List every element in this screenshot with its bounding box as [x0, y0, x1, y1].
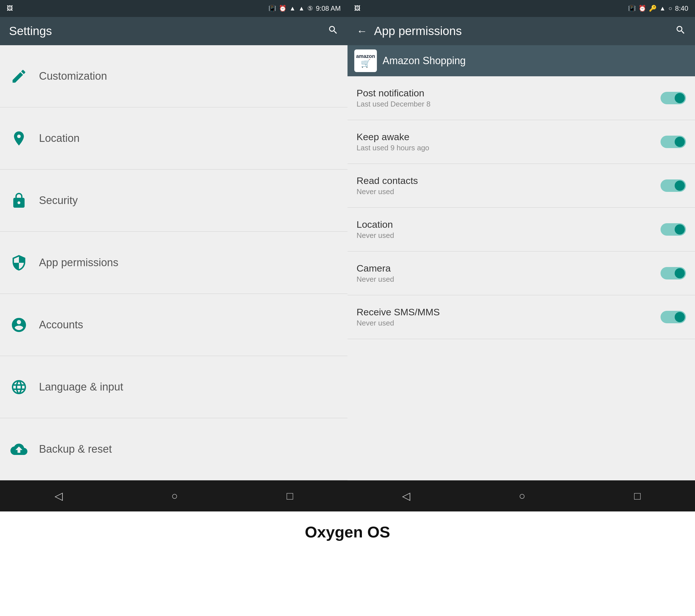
left-status-icons: 🖼: [7, 5, 13, 12]
permission-read-contacts-text: Read contacts Never used: [357, 175, 661, 196]
customization-icon: [9, 66, 29, 86]
permission-receive-sms: Receive SMS/MMS Never used: [348, 295, 695, 339]
left-status-bar: 🖼 📳 ⏰ ▲ ▲ ⑤ 9:08 AM: [0, 0, 348, 17]
vibrate-icon-right: 📳: [628, 5, 636, 12]
permission-keep-awake-sub: Last used 9 hours ago: [357, 144, 661, 152]
settings-item-app-permissions[interactable]: App permissions: [0, 232, 348, 294]
permission-post-notification-text: Post notification Last used December 8: [357, 88, 661, 109]
toggle-receive-sms-knob: [675, 312, 685, 322]
language-label: Language & input: [39, 381, 123, 393]
toggle-post-notification[interactable]: [661, 92, 686, 104]
permission-camera-name: Camera: [357, 263, 661, 274]
left-status-right: 📳 ⏰ ▲ ▲ ⑤ 9:08 AM: [268, 4, 341, 13]
toggle-location-knob: [675, 224, 685, 235]
app-permissions-icon: [9, 253, 29, 273]
accounts-icon: [9, 315, 29, 335]
permission-location-text: Location Never used: [357, 219, 661, 240]
gallery-icon-right: 🖼: [354, 5, 360, 12]
permission-receive-sms-name: Receive SMS/MMS: [357, 306, 661, 318]
permission-post-notification-sub: Last used December 8: [357, 100, 661, 109]
language-icon: [9, 377, 29, 397]
permission-read-contacts-sub: Never used: [357, 187, 661, 196]
permission-camera-sub: Never used: [357, 275, 661, 284]
amazon-app-name: Amazon Shopping: [383, 55, 465, 67]
right-status-time: 8:40: [675, 4, 688, 13]
left-status-time: 9:08 AM: [316, 4, 341, 13]
settings-item-backup[interactable]: Backup & reset: [0, 418, 348, 480]
permission-read-contacts-name: Read contacts: [357, 175, 661, 186]
right-status-right: 📳 ⏰ 🔑 ▲ ○ 8:40: [628, 4, 688, 13]
settings-item-customization[interactable]: Customization: [0, 45, 348, 107]
amazon-logo: amazon 🛒: [354, 49, 377, 72]
settings-search-icon[interactable]: [328, 24, 338, 38]
right-status-bar: 🖼 📳 ⏰ 🔑 ▲ ○ 8:40: [348, 0, 695, 17]
permission-keep-awake-text: Keep awake Last used 9 hours ago: [357, 131, 661, 152]
alarm-icon: ⏰: [279, 5, 287, 12]
accounts-label: Accounts: [39, 319, 83, 331]
right-status-icons: 🖼: [354, 5, 360, 12]
right-recent-button[interactable]: □: [626, 487, 649, 505]
wifi-icon: ▲: [289, 5, 295, 12]
permission-post-notification: Post notification Last used December 8: [348, 76, 695, 120]
permission-location-name: Location: [357, 219, 661, 230]
backup-label: Backup & reset: [39, 443, 112, 455]
settings-list: Customization Location Security: [0, 45, 348, 480]
permission-post-notification-name: Post notification: [357, 88, 661, 99]
app-permissions-label: App permissions: [39, 256, 118, 269]
footer-label: Oxygen OS: [0, 512, 695, 558]
right-back-button[interactable]: ◁: [393, 487, 419, 505]
vibrate-icon: 📳: [268, 5, 276, 12]
left-home-button[interactable]: ○: [163, 487, 186, 505]
backup-icon: [9, 439, 29, 459]
app-permissions-title: App permissions: [374, 24, 675, 38]
toggle-read-contacts[interactable]: [661, 180, 686, 192]
settings-title: Settings: [9, 24, 328, 38]
permission-location: Location Never used: [348, 208, 695, 251]
permissions-list: Post notification Last used December 8 K…: [348, 76, 695, 480]
location-icon: [9, 129, 29, 148]
toggle-camera[interactable]: [661, 267, 686, 280]
back-button[interactable]: ←: [357, 25, 367, 37]
permission-camera: Camera Never used: [348, 251, 695, 295]
left-phone: 🖼 📳 ⏰ ▲ ▲ ⑤ 9:08 AM Settings: [0, 0, 348, 512]
permission-read-contacts: Read contacts Never used: [348, 164, 695, 208]
gallery-icon: 🖼: [7, 5, 13, 12]
signal-icon-right: ▲: [659, 5, 666, 12]
toggle-camera-knob: [675, 268, 685, 278]
left-back-button[interactable]: ◁: [46, 487, 71, 505]
settings-item-security[interactable]: Security: [0, 169, 348, 232]
permission-receive-sms-text: Receive SMS/MMS Never used: [357, 306, 661, 328]
customization-label: Customization: [39, 70, 107, 82]
right-app-bar: ← App permissions: [348, 17, 695, 45]
toggle-keep-awake[interactable]: [661, 136, 686, 148]
left-app-bar: Settings: [0, 17, 348, 45]
key-icon: 🔑: [649, 5, 657, 12]
right-home-button[interactable]: ○: [510, 487, 534, 505]
permission-receive-sms-sub: Never used: [357, 319, 661, 328]
battery-icon: ⑤: [307, 5, 313, 12]
toggle-read-contacts-knob: [675, 181, 685, 191]
right-nav-bar: ◁ ○ □: [348, 480, 695, 512]
amazon-app-header: amazon 🛒 Amazon Shopping: [348, 45, 695, 76]
toggle-post-notification-knob: [675, 93, 685, 103]
left-recent-button[interactable]: □: [278, 487, 302, 505]
right-phone: 🖼 📳 ⏰ 🔑 ▲ ○ 8:40 ← App permissions: [348, 0, 695, 512]
toggle-keep-awake-knob: [675, 137, 685, 147]
permission-camera-text: Camera Never used: [357, 263, 661, 284]
amazon-logo-text: amazon 🛒: [356, 54, 375, 68]
toggle-location[interactable]: [661, 223, 686, 236]
signal-icon: ▲: [298, 5, 305, 12]
right-search-icon[interactable]: [675, 24, 686, 38]
permission-keep-awake: Keep awake Last used 9 hours ago: [348, 120, 695, 164]
alarm-icon-right: ⏰: [639, 5, 646, 12]
security-label: Security: [39, 195, 78, 206]
location-label: Location: [39, 132, 80, 145]
permission-keep-awake-name: Keep awake: [357, 131, 661, 143]
settings-item-location[interactable]: Location: [0, 107, 348, 169]
security-icon: [9, 191, 29, 211]
settings-item-accounts[interactable]: Accounts: [0, 294, 348, 356]
battery-icon-right: ○: [668, 5, 672, 12]
settings-item-language[interactable]: Language & input: [0, 356, 348, 418]
permission-location-sub: Never used: [357, 231, 661, 240]
toggle-receive-sms[interactable]: [661, 311, 686, 323]
